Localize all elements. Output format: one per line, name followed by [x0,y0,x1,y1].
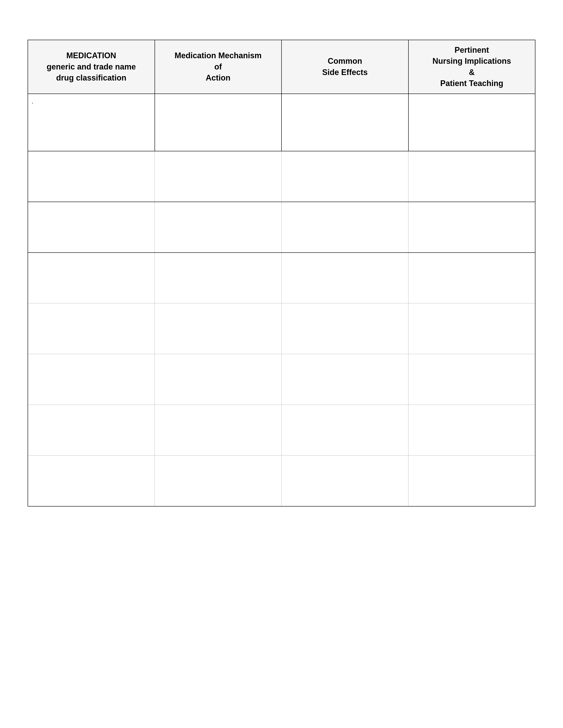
table-cell-mechanism-8[interactable] [155,456,282,506]
table-row [28,405,535,456]
table-cell-mechanism-3[interactable] [155,202,282,253]
table-cell-mechanism-4[interactable] [155,253,282,303]
table-cell-sideeffects-4[interactable] [282,253,409,303]
table-row [28,202,535,253]
medication-table: MEDICATION generic and trade name drug c… [28,40,535,507]
header-nursing: Pertinent Nursing Implications & Patient… [409,40,535,94]
table-cell-sideeffects-3[interactable] [282,202,409,253]
table-cell-sideeffects-6[interactable] [282,354,409,405]
header-medication: MEDICATION generic and trade name drug c… [28,40,155,94]
table-cell-nursing-7[interactable] [409,405,535,456]
table-cell-medication-3[interactable] [28,202,155,253]
table-cell-sideeffects-2[interactable] [282,151,409,202]
table-cell-sideeffects-8[interactable] [282,456,409,506]
table-cell-sideeffects-5[interactable] [282,303,409,354]
table-cell-mechanism-6[interactable] [155,354,282,405]
table-cell-mechanism-5[interactable] [155,303,282,354]
table-cell-medication-7[interactable] [28,405,155,456]
table-row: . [28,94,535,151]
table-row [28,456,535,506]
table-cell-medication-4[interactable] [28,253,155,303]
table-cell-mechanism-7[interactable] [155,405,282,456]
medication-table-container: MEDICATION generic and trade name drug c… [28,40,535,507]
header-mechanism: Medication Mechanism of Action [155,40,282,94]
table-cell-sideeffects-7[interactable] [282,405,409,456]
table-cell-medication-6[interactable] [28,354,155,405]
table-row [28,303,535,354]
table-cell-nursing-1[interactable] [409,94,535,151]
table-cell-medication-5[interactable] [28,303,155,354]
table-cell-nursing-6[interactable] [409,354,535,405]
table-cell-nursing-8[interactable] [409,456,535,506]
header-side-effects: Common Side Effects [282,40,409,94]
table-cell-nursing-3[interactable] [409,202,535,253]
table-row [28,253,535,303]
table-cell-nursing-4[interactable] [409,253,535,303]
table-row [28,354,535,405]
table-cell-mechanism-2[interactable] [155,151,282,202]
table-cell-sideeffects-1[interactable] [282,94,409,151]
table-row [28,151,535,202]
table-cell-medication-1[interactable]: . [28,94,155,151]
table-cell-mechanism-1[interactable] [155,94,282,151]
table-cell-nursing-5[interactable] [409,303,535,354]
table-cell-nursing-2[interactable] [409,151,535,202]
table-cell-medication-2[interactable] [28,151,155,202]
table-cell-medication-8[interactable] [28,456,155,506]
